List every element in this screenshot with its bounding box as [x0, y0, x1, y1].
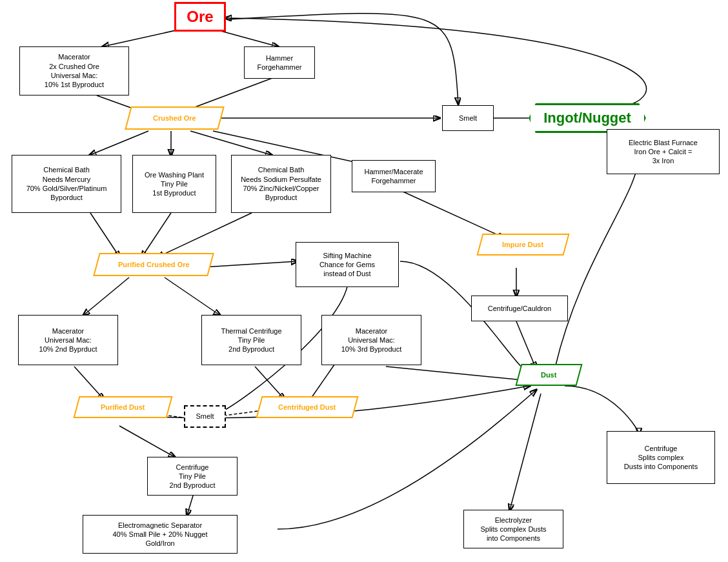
macerator1-node: Macerator2x Crushed OreUniversal Mac:10%… — [19, 46, 129, 95]
chem-bath1-text: Chemical BathNeeds Mercury70% Gold/Silve… — [26, 165, 107, 202]
chem-bath1-node: Chemical BathNeeds Mercury70% Gold/Silve… — [12, 155, 121, 213]
centrifuge-tiny-text: CentrifugeTiny Pile2nd Byproduct — [170, 463, 216, 490]
purified-crushed-text: Purified Crushed Ore — [118, 260, 190, 269]
thermal-centrifuge-node: Thermal CentrifugeTiny Pile2nd Byproduct — [201, 315, 301, 365]
impure-dust-text: Impure Dust — [502, 240, 543, 249]
ore-label: Ore — [174, 2, 225, 31]
hammer-forge1-node: HammerForgehammer — [244, 46, 315, 79]
electric-blast-text: Electric Blast FurnaceIron Ore + Calcit … — [629, 138, 698, 166]
hammer-macerate-text: Hammer/MacerateForgehammer — [364, 167, 423, 186]
ore-node: Ore — [171, 5, 229, 28]
centrifuge-cauldron-text: Centrifuge/Cauldron — [488, 304, 551, 313]
macerator3-text: MaceratorUniversal Mac:10% 3rd Byproduct — [341, 326, 402, 354]
centrifuged-dust-text: Centrifuged Dust — [278, 403, 336, 412]
macerator3-node: MaceratorUniversal Mac:10% 3rd Byproduct — [321, 315, 421, 365]
macerator2-node: MaceratorUniversal Mac:10% 2nd Byprduct — [18, 315, 118, 365]
ingot-nugget-text: Ingot/Nugget — [543, 110, 631, 126]
purified-dust-text: Purified Dust — [101, 403, 145, 412]
hammer-forge1-text: HammerForgehammer — [257, 54, 301, 72]
electrolyzer-node: ElectrolyzerSplits complex Dustsinto Com… — [463, 510, 563, 548]
centrifuge-tiny-node: CentrifugeTiny Pile2nd Byproduct — [147, 457, 238, 496]
canvas: Ore Macerator2x Crushed OreUniversal Mac… — [0, 0, 728, 562]
thermal-centrifuge-text: Thermal CentrifugeTiny Pile2nd Byproduct — [221, 326, 281, 354]
dust-text: Dust — [541, 370, 556, 379]
centrifuge-splits-node: CentrifugeSplits complexDusts into Compo… — [607, 431, 715, 484]
macerator1-text: Macerator2x Crushed OreUniversal Mac:10%… — [45, 52, 104, 89]
electromagnetic-text: Electromagnetic Separator40% Small Pile … — [112, 521, 207, 548]
centrifuge-splits-text: CentrifugeSplits complexDusts into Compo… — [624, 444, 698, 472]
sifting-machine-text: Sifting MachineChance for Gemsinstead of… — [319, 251, 375, 279]
impure-dust-node: Impure Dust — [478, 232, 568, 257]
electric-blast-node: Electric Blast FurnaceIron Ore + Calcit … — [607, 129, 720, 174]
crushed-ore-node: Crushed Ore — [126, 105, 223, 131]
smelt-node: Smelt — [442, 105, 494, 131]
smelt2-text: Smelt — [196, 412, 214, 421]
crushed-ore-text: Crushed Ore — [153, 114, 196, 123]
sifting-machine-node: Sifting MachineChance for Gemsinstead of… — [296, 242, 399, 287]
purified-crushed-node: Purified Crushed Ore — [96, 252, 212, 277]
chem-bath2-node: Chemical BathNeeds Sodium Persulfate70% … — [231, 155, 331, 213]
electrolyzer-text: ElectrolyzerSplits complex Dustsinto Com… — [480, 516, 546, 543]
electromagnetic-node: Electromagnetic Separator40% Small Pile … — [83, 515, 238, 554]
purified-dust-node: Purified Dust — [74, 395, 171, 419]
chem-bath2-text: Chemical BathNeeds Sodium Persulfate70% … — [241, 165, 321, 202]
centrifuged-dust-node: Centrifuged Dust — [257, 395, 357, 419]
smelt-text: Smelt — [459, 114, 477, 123]
smelt2-node: Smelt — [184, 405, 226, 428]
ore-washing-node: Ore Washing PlantTiny Pile1st Byproduct — [132, 155, 216, 213]
macerator2-text: MaceratorUniversal Mac:10% 2nd Byprduct — [39, 326, 97, 354]
centrifuge-cauldron-node: Centrifuge/Cauldron — [471, 296, 568, 321]
dust-node: Dust — [516, 363, 581, 387]
ore-washing-text: Ore Washing PlantTiny Pile1st Byproduct — [145, 170, 204, 198]
hammer-macerate-node: Hammer/MacerateForgehammer — [352, 160, 436, 192]
